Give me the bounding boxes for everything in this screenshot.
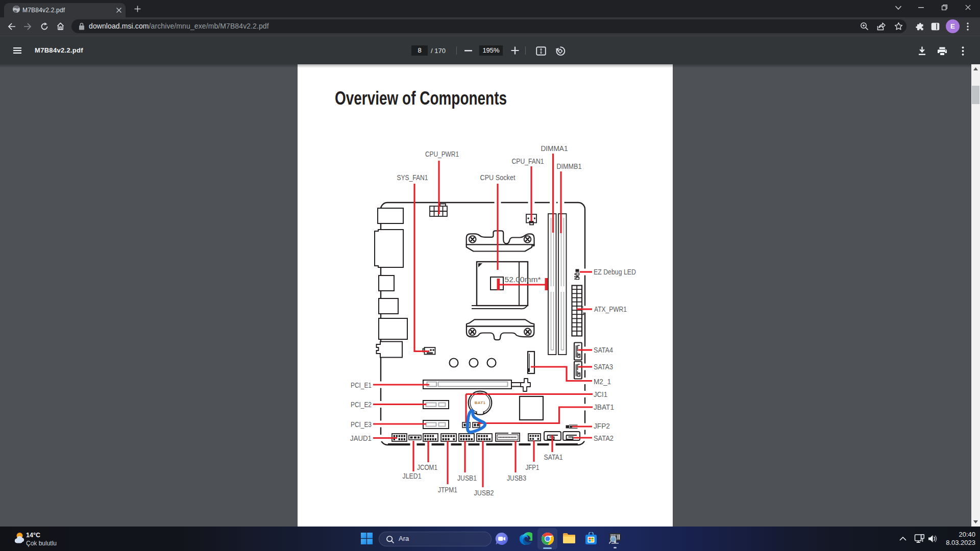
svg-text:SATA2: SATA2: [594, 434, 614, 442]
svg-text:EZ Debug LED: EZ Debug LED: [594, 268, 636, 276]
svg-text:JUSB3: JUSB3: [507, 474, 526, 482]
svg-text:JCOM1: JCOM1: [417, 463, 437, 471]
svg-text:JFP1: JFP1: [526, 463, 540, 471]
svg-text:JCI1: JCI1: [594, 390, 607, 398]
svg-text:CPU_PWR1: CPU_PWR1: [425, 150, 459, 158]
svg-text:BAT1: BAT1: [475, 400, 486, 405]
svg-text:Overview of Components: Overview of Components: [335, 88, 507, 109]
svg-text:SATA4: SATA4: [594, 346, 613, 354]
svg-text:ATX_PWR1: ATX_PWR1: [594, 305, 627, 313]
svg-text:SATA3: SATA3: [594, 363, 613, 371]
svg-text:DIMMB1: DIMMB1: [557, 162, 582, 170]
svg-text:SATA1: SATA1: [544, 453, 563, 461]
svg-text:SYS_FAN1: SYS_FAN1: [397, 173, 428, 182]
svg-text:M2_1: M2_1: [594, 378, 611, 386]
svg-text:PCI_E3: PCI_E3: [351, 420, 372, 429]
svg-text:JBAT1: JBAT1: [594, 403, 614, 411]
svg-text:PCI_E1: PCI_E1: [351, 381, 372, 389]
svg-text:CPU Socket: CPU Socket: [480, 173, 516, 182]
svg-text:DIMMA1: DIMMA1: [541, 144, 568, 153]
svg-text:JUSB1: JUSB1: [457, 474, 477, 482]
svg-text:52.00mm*: 52.00mm*: [505, 276, 541, 284]
svg-text:PCI_E2: PCI_E2: [351, 400, 372, 409]
svg-text:JTPM1: JTPM1: [438, 486, 457, 494]
svg-text:CPU_FAN1: CPU_FAN1: [512, 157, 544, 165]
svg-text:JFP2: JFP2: [594, 422, 610, 430]
svg-text:JAUD1: JAUD1: [350, 434, 372, 442]
svg-text:JLED1: JLED1: [403, 472, 422, 480]
svg-text:JUSB2: JUSB2: [474, 489, 494, 497]
